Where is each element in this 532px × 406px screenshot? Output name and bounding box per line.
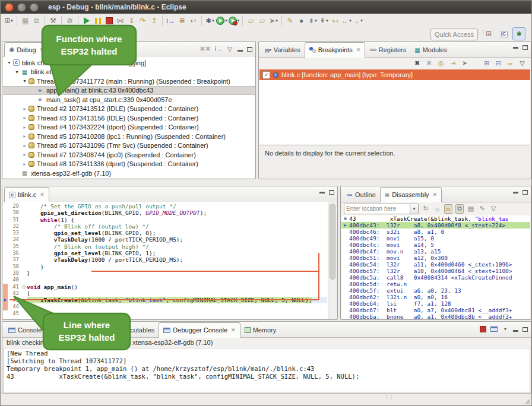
open-perspective-button[interactable]: ⊞: [482, 27, 495, 40]
line-number[interactable]: 33: [8, 230, 21, 236]
run-icon[interactable]: ▾: [216, 15, 227, 26]
annotation-margin[interactable]: [3, 203, 8, 210]
breakpoint-checkbox[interactable]: ✓: [262, 71, 270, 79]
code-line[interactable]: /* Set the GPIO as a push/pull output */: [27, 203, 176, 210]
link-with-active-context-toggle[interactable]: ∞: [444, 204, 452, 214]
annotation-margin[interactable]: [3, 210, 8, 216]
line-number[interactable]: 38: [8, 264, 21, 270]
debug-tree-item[interactable]: ▸Thread #2 1073413512 (IDLE) (Suspended …: [3, 104, 255, 114]
annotation-margin[interactable]: [3, 284, 8, 290]
editor-line[interactable]: 42{: [3, 290, 337, 297]
disassembly-row[interactable]: 400dbc4c: movi a14, 5: [341, 242, 530, 248]
new-project-icon[interactable]: ▱: [246, 15, 256, 26]
editor-line[interactable]: 33 gpio_set_level(BLINK_GPIO, 0);: [3, 230, 337, 236]
console-output[interactable]: [New Thread [Switching to Thread 1073411…: [3, 348, 530, 392]
debug-tree-item[interactable]: ▸Thread #7 1073408744 (ipc0) (Suspended …: [3, 150, 255, 160]
save-icon[interactable]: ▦: [20, 15, 30, 26]
suspend-icon[interactable]: [93, 15, 103, 26]
show-breakpoints-supported-icon[interactable]: ◎: [437, 59, 445, 67]
expander-icon[interactable]: ▸: [21, 152, 28, 157]
code-line[interactable]: vTaskDelay(1000 / portTICK_PERIOD_MS);: [27, 236, 183, 243]
editor-line[interactable]: 35 /* Blink on (output high) */: [3, 243, 337, 250]
editor-line[interactable]: 36 gpio_set_level(BLINK_GPIO, 1);: [3, 250, 337, 256]
maximize-icon[interactable]: [522, 327, 528, 332]
editor-line[interactable]: 34 vTaskDelay(1000 / portTICK_PERIOD_MS)…: [3, 236, 337, 243]
expand-all-icon[interactable]: ⊞: [483, 59, 490, 67]
close-icon[interactable]: ✕: [40, 47, 45, 53]
debug-perspective-button[interactable]: ✱: [512, 27, 525, 40]
maximize-icon[interactable]: [522, 45, 528, 50]
terminate-icon[interactable]: [480, 326, 486, 332]
debug-tree-item[interactable]: ▾blink checking [GDB Hardware Debugging]: [3, 58, 255, 68]
disassembly-source-line[interactable]: 43 xTaskCreate(&blink_task, "blink_tas: [341, 215, 530, 222]
editor-line[interactable]: 31 while(1) {: [3, 217, 337, 223]
tab-debug[interactable]: ✱ Debug ✕: [4, 42, 49, 58]
line-number[interactable]: 43: [8, 297, 21, 303]
open-new-view-icon[interactable]: ▤: [467, 204, 475, 214]
editor-line[interactable]: 32 /* Blink off (output low) */: [3, 223, 337, 230]
terminate-icon[interactable]: [104, 15, 114, 26]
tab-disassembly[interactable]: ≣ Disassembly ✕: [380, 187, 442, 202]
forward-icon[interactable]: →▾: [353, 15, 363, 26]
disassembly-row[interactable]: 400dbc5d: retw.n: [341, 281, 530, 287]
save-all-icon[interactable]: ⧉: [31, 15, 42, 26]
close-icon[interactable]: ✕: [40, 192, 45, 198]
window-close-button[interactable]: [5, 3, 14, 12]
view-menu-icon[interactable]: ▽: [226, 45, 233, 53]
editor-line[interactable]: 30 gpio_set_direction(BLINK_GPIO, GPIO_M…: [3, 210, 337, 216]
format-brush-icon[interactable]: ✎: [285, 15, 295, 26]
editor-line[interactable]: 45: [3, 310, 337, 317]
disassembly-row[interactable]: 400dbc4f: mov.n a13, a15: [341, 248, 530, 255]
line-number[interactable]: 30: [8, 210, 21, 216]
expander-icon[interactable]: ▸: [21, 115, 28, 120]
close-icon[interactable]: ✕: [356, 47, 361, 53]
close-icon[interactable]: ✕: [231, 327, 236, 333]
code-line[interactable]: vTaskDelay(1000 / portTICK_PERIOD_MS);: [27, 256, 183, 263]
skip-all-breakpoints-icon[interactable]: ➤: [461, 59, 468, 67]
expander-icon[interactable]: ▸: [21, 161, 28, 167]
disassembly-row[interactable]: 400dbc46: s32i a8, a1, 0: [341, 229, 530, 235]
step-into-icon[interactable]: ↧: [126, 15, 137, 26]
debug-tree-item[interactable]: xtensa-esp32-elf-gdb (7.10): [3, 169, 255, 178]
refresh-view-icon[interactable]: ↻: [422, 204, 430, 214]
disassembly-row[interactable]: 400dbc6a: bnone a0, a1, 0x400dbc8b <__ad…: [341, 313, 530, 319]
disassembly-row[interactable]: 400dbc67: blt a0, a7, 0x400dbc81 <__addd…: [341, 307, 530, 313]
line-number[interactable]: 40: [8, 277, 21, 283]
step-over-icon[interactable]: ↷: [138, 15, 148, 26]
minimize-icon[interactable]: [513, 47, 518, 49]
editor-line[interactable]: 41⊖void app_main(): [3, 284, 337, 290]
debug-tree-item[interactable]: ▸Thread #6 1073431096 (Tmr Svc) (Suspend…: [3, 141, 255, 151]
code-line[interactable]: void app_main(): [27, 284, 78, 290]
debug-tree-item[interactable]: ▸Thread #5 1073410208 (ipc1 : Running) (…: [3, 132, 255, 141]
tab-problems[interactable]: Problems: [71, 323, 106, 337]
disassembly-row[interactable]: 400dbc5f: extui a6, a0, 23, 13: [341, 287, 530, 294]
expander-icon[interactable]: ▸: [21, 106, 28, 112]
line-number[interactable]: 36: [8, 250, 21, 256]
expander-icon[interactable]: ▸: [21, 134, 28, 139]
line-number[interactable]: 37: [8, 256, 21, 263]
debug-tree-item[interactable]: ▸Thread #4 1073432224 (dport) (Suspended…: [3, 123, 255, 132]
expander-icon[interactable]: ▾: [21, 78, 28, 84]
window-maximize-button[interactable]: [30, 3, 39, 12]
splitter-handle[interactable]: ⋮⋮: [384, 394, 394, 400]
breakpoint-row[interactable]: ✓ blink.c [function: app_main] [type: Te…: [259, 69, 530, 80]
debug-tree-item[interactable]: app_main() at blink.c:43 0x400dbc43: [3, 86, 255, 96]
close-icon[interactable]: ✕: [433, 192, 438, 198]
disassembly-row[interactable]: ►400dbc43: l32r a8, 0x400d00f8 <_stext+2…: [341, 222, 530, 229]
minimize-icon[interactable]: [513, 330, 518, 332]
expander-icon[interactable]: ▸: [21, 125, 28, 130]
annotation-margin[interactable]: [3, 270, 8, 277]
code-line[interactable]: gpio_set_direction(BLINK_GPIO, GPIO_MODE…: [27, 210, 207, 216]
pin-view-icon[interactable]: ✎: [478, 204, 486, 214]
annotation-margin[interactable]: [3, 230, 8, 236]
launch-icon[interactable]: ➤▾: [268, 15, 278, 26]
open-console-dropdown-icon[interactable]: ▼: [502, 325, 509, 333]
link-with-debug-view-icon[interactable]: ∞: [506, 60, 514, 67]
fold-margin[interactable]: ⊖: [21, 284, 27, 290]
collapse-all-icon[interactable]: ⊟: [495, 59, 502, 67]
line-number[interactable]: 41: [8, 284, 21, 290]
tab-blink-c[interactable]: c blink.c ✕: [4, 187, 49, 202]
quick-access-box[interactable]: Quick Access: [430, 28, 478, 40]
annotation-margin[interactable]: [3, 264, 8, 270]
expander-icon[interactable]: ▸: [21, 143, 28, 148]
